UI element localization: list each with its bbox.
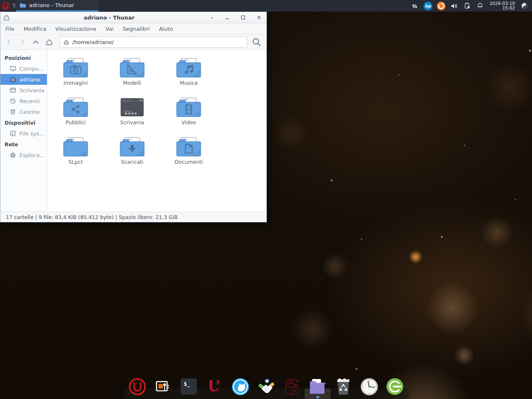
folder-label: Scaricati <box>121 159 143 165</box>
folder-scrivania[interactable]: Scrivania <box>104 94 160 134</box>
thunar-window: adriano - Thunar File Modifica Visualizz… <box>0 12 267 222</box>
window-home-icon <box>3 14 10 21</box>
folder-download-icon <box>119 137 145 157</box>
sidebar-item-label: Esplora... <box>20 152 45 158</box>
swap-arrows-icon[interactable] <box>411 2 419 10</box>
sidebar-item-cestino[interactable]: Cestino <box>0 106 47 117</box>
home-icon <box>10 76 16 83</box>
folder-document-icon <box>176 137 202 157</box>
folder-label: Modelli <box>123 80 141 86</box>
logout-icon <box>386 377 404 396</box>
bell-icon[interactable] <box>476 2 484 10</box>
folder-camera-icon <box>63 58 89 78</box>
folder-share-icon <box>63 97 89 117</box>
folder-label: Scrivania <box>120 119 144 126</box>
dock-item-wolf-browser[interactable] <box>227 374 253 399</box>
sidebar-header-posizioni: Posizioni <box>0 52 47 63</box>
back-button[interactable] <box>4 37 15 47</box>
sidebar-item-filesystem[interactable]: File sys... <box>0 128 47 139</box>
sidebar-item-adriano[interactable]: adriano <box>0 74 47 85</box>
slackel-menu-button[interactable] <box>1 1 10 10</box>
sidebar-header-rete: Rete <box>0 139 47 150</box>
path-folder-icon <box>63 39 69 45</box>
globe-icon <box>10 152 16 158</box>
folder-icon <box>20 2 26 8</box>
dock-item-slackel[interactable] <box>124 374 150 399</box>
sidebar-item-recenti[interactable]: Recenti <box>0 96 47 106</box>
folder-film-icon <box>176 97 202 117</box>
update-icon[interactable] <box>437 2 446 10</box>
dock-item-handshake[interactable] <box>253 374 279 399</box>
folder-label: SLpct <box>69 159 83 165</box>
minimize-button[interactable] <box>224 14 231 21</box>
panel-settings-icon <box>154 378 172 395</box>
menu-aiuto[interactable]: Aiuto <box>159 26 173 32</box>
sidebar-item-label: Compu... <box>20 66 44 72</box>
drive-icon <box>10 130 16 137</box>
folder-video[interactable]: Video <box>160 94 217 134</box>
panel-clock[interactable]: 2026-03-10 15:02 <box>489 1 516 11</box>
sidebar-item-esplora[interactable]: Esplora... <box>0 150 47 160</box>
terminal-icon: $_ <box>180 378 197 395</box>
sidebar-header-dispositivi: Dispositivi <box>0 117 47 128</box>
hp-icon[interactable]: hp <box>424 2 432 10</box>
sidebar: Posizioni Compu... adriano <box>0 50 47 212</box>
clock-icon <box>360 377 379 396</box>
maximize-button[interactable] <box>240 14 246 21</box>
clipboard-icon[interactable] <box>463 2 471 10</box>
folder-label: Documenti <box>175 159 203 165</box>
folder-template-icon <box>119 58 145 78</box>
desktop-window-icon <box>119 97 145 117</box>
yin-yang-icon[interactable] <box>520 2 529 10</box>
folder-music-icon <box>176 58 202 78</box>
sidebar-item-label: Cestino <box>20 109 40 115</box>
taskbar-window-button[interactable]: adriano - Thunar <box>16 0 99 12</box>
menu-modifica[interactable]: Modifica <box>24 26 46 32</box>
dock-item-clock[interactable] <box>356 374 382 399</box>
folder-scaricati[interactable]: Scaricati <box>104 134 160 173</box>
sidebar-item-label: File sys... <box>20 131 44 137</box>
path-text: /home/adriano/ <box>72 39 113 45</box>
volume-icon[interactable] <box>450 2 458 10</box>
dock-item-toolbox[interactable] <box>279 374 305 399</box>
folder-pubblici[interactable]: Pubblici <box>47 94 104 134</box>
file-grid: Immagini Modelli <box>47 50 266 212</box>
search-button[interactable] <box>250 36 263 48</box>
dock-item-file-manager[interactable] <box>305 374 330 399</box>
dock-item-logout[interactable] <box>382 374 408 399</box>
menubar: File Modifica Visualizzazione Vai Segnal… <box>0 23 266 34</box>
menu-visualizzazione[interactable]: Visualizzazione <box>55 26 96 32</box>
home-button[interactable] <box>44 37 54 47</box>
statusbar: 17 cartelle | 9 file: 83,4 KiB (85.412 b… <box>0 212 266 222</box>
sidebar-item-label: Scrivania <box>20 87 44 94</box>
menu-file[interactable]: File <box>5 26 15 32</box>
menu-segnalibri[interactable]: Segnalibri <box>123 26 150 32</box>
folder-plain-icon <box>63 137 89 157</box>
menu-vai[interactable]: Vai <box>106 26 113 32</box>
panel-handle-icon[interactable] <box>12 2 16 9</box>
recent-icon <box>10 98 16 104</box>
shade-button[interactable] <box>208 14 215 21</box>
sidebar-item-computer[interactable]: Compu... <box>0 63 47 74</box>
folder-modelli[interactable]: Modelli <box>104 55 160 94</box>
dock-item-trash[interactable] <box>330 374 356 399</box>
dock-item-terminal[interactable]: $_ <box>176 374 202 399</box>
folder-musica[interactable]: Musica <box>160 55 217 94</box>
desktop-icon <box>10 87 16 94</box>
dock: $_ <box>124 389 409 399</box>
folder-label: Video <box>181 119 196 126</box>
window-titlebar[interactable]: adriano - Thunar <box>0 12 266 23</box>
folder-immagini[interactable]: Immagini <box>47 55 104 94</box>
close-button[interactable] <box>256 14 262 21</box>
dock-item-panel-settings[interactable] <box>150 374 176 399</box>
trash-icon <box>10 108 16 115</box>
up-button[interactable] <box>30 37 41 47</box>
system-tray: hp <box>411 1 532 11</box>
forward-button[interactable] <box>17 37 28 47</box>
path-bar[interactable]: /home/adriano/ <box>59 37 247 48</box>
top-panel: adriano - Thunar hp <box>0 0 532 12</box>
sidebar-item-scrivania[interactable]: Scrivania <box>0 85 47 96</box>
folder-documenti[interactable]: Documenti <box>160 134 217 173</box>
folder-slpct[interactable]: SLpct <box>47 134 104 173</box>
dock-item-uget[interactable] <box>202 374 227 399</box>
